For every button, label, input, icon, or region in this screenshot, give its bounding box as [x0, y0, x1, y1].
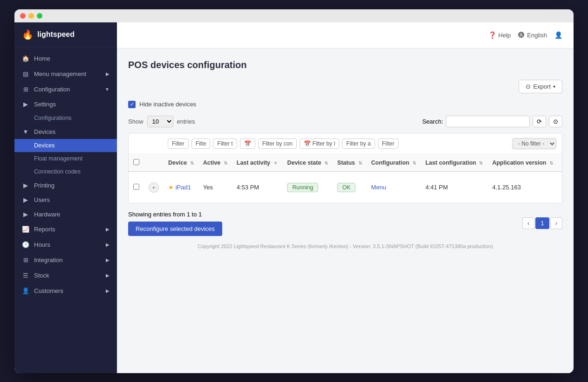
- settings-button[interactable]: ⊙: [549, 116, 562, 127]
- filter-device-state[interactable]: 📅: [240, 139, 255, 149]
- col-status[interactable]: Status ⇅: [333, 154, 367, 172]
- col-configuration[interactable]: Configuration ⇅: [367, 154, 421, 172]
- col-device[interactable]: Device ⇅: [164, 154, 198, 172]
- printing-icon: ▶: [22, 182, 29, 189]
- sort-icon: ⇅: [549, 160, 553, 166]
- minimize-button[interactable]: [28, 13, 34, 19]
- filter-status[interactable]: Filter by con: [258, 139, 297, 149]
- sidebar-item-configuration[interactable]: ⊞ Configuration ▼: [14, 82, 117, 97]
- chevron-right-icon: ▶: [106, 227, 109, 232]
- table-header-row: Device ⇅ Active ⇅ Last activity ▼ Device…: [129, 154, 562, 172]
- row-select-checkbox[interactable]: [133, 184, 139, 190]
- filter-last-activity[interactable]: Filter t: [213, 139, 237, 149]
- entries-select[interactable]: 10 25 50 100: [147, 116, 173, 127]
- sidebar-item-customers[interactable]: 👤 Customers ▶: [14, 283, 117, 299]
- row-add-icon[interactable]: +: [144, 172, 164, 203]
- row-device-name: iPad von Janina: [558, 172, 562, 203]
- filter-configuration[interactable]: 📅 Filter by l: [300, 139, 339, 149]
- configuration-icon: ⊞: [22, 86, 29, 93]
- reconfigure-button[interactable]: Reconfigure selected devices: [128, 222, 222, 236]
- sidebar-item-label: Devices: [34, 142, 55, 149]
- sidebar-item-float-management[interactable]: Float management: [14, 152, 117, 165]
- reports-icon: 📈: [22, 226, 29, 233]
- export-label: Export: [533, 83, 551, 90]
- next-page-button[interactable]: ›: [550, 217, 562, 229]
- showing-text: Showing entries from 1 to 1: [128, 211, 202, 218]
- row-active: Yes: [198, 172, 232, 203]
- sidebar-item-label: Float management: [34, 155, 82, 162]
- show-entries: Show 10 25 50 100 entries: [128, 116, 195, 127]
- caret-down-icon: ▾: [553, 84, 555, 89]
- sidebar-item-label: Menu management: [34, 70, 101, 77]
- sidebar-item-reports[interactable]: 📈 Reports ▶: [14, 222, 117, 237]
- sidebar-item-menu-management[interactable]: ▤ Menu management ▶: [14, 66, 117, 82]
- sidebar-item-integration[interactable]: ⊞ Integration ▶: [14, 252, 117, 268]
- settings-icon: ▶: [22, 101, 29, 108]
- export-button[interactable]: ⊙ Export ▾: [519, 80, 562, 93]
- filter-last-config[interactable]: Filter by a: [342, 139, 375, 149]
- maximize-button[interactable]: [37, 13, 42, 19]
- user-menu[interactable]: 👤: [554, 31, 562, 39]
- sidebar-item-users[interactable]: ▶ Users: [14, 193, 117, 207]
- prev-page-button[interactable]: ‹: [522, 217, 534, 229]
- stock-icon: ☰: [22, 272, 29, 279]
- sidebar-item-label: Hours: [34, 241, 101, 248]
- col-active[interactable]: Active ⇅: [198, 154, 232, 172]
- search-label: Search:: [422, 118, 443, 125]
- sidebar-item-label: Home: [34, 55, 109, 62]
- device-link[interactable]: iPad1: [176, 184, 191, 191]
- devices-submenu: Devices Float management Connection code…: [14, 139, 117, 178]
- sidebar-item-printing[interactable]: ▶ Printing: [14, 178, 117, 193]
- pagination-controls: ‹ 1 ›: [522, 217, 562, 229]
- hide-inactive-checkbox[interactable]: ✓: [128, 101, 136, 108]
- col-last-configuration[interactable]: Last configuration ⇅: [421, 154, 488, 172]
- sidebar-item-devices-group[interactable]: ▼ Devices: [14, 125, 117, 139]
- col-last-activity[interactable]: Last activity ▼: [232, 154, 283, 172]
- filter-active[interactable]: Filte: [191, 139, 211, 149]
- calendar-icon2: 📅: [304, 140, 311, 147]
- sort-icon: ⇅: [324, 160, 328, 166]
- devices-icon: ▼: [22, 128, 29, 135]
- sidebar-nav: 🏠 Home ▤ Menu management ▶ ⊞ Configurati…: [14, 47, 117, 373]
- sidebar-item-hardware[interactable]: ▶ Hardware: [14, 207, 117, 222]
- hide-inactive-row: ✓ Hide inactive devices: [128, 101, 562, 108]
- sidebar-item-stock[interactable]: ☰ Stock ▶: [14, 268, 117, 283]
- col-device-state[interactable]: Device state ⇅: [282, 154, 332, 172]
- filter-device[interactable]: Filter: [168, 139, 189, 149]
- sidebar-item-settings[interactable]: ▶ Settings: [14, 97, 117, 111]
- row-checkbox[interactable]: [129, 172, 144, 203]
- show-label: Show: [128, 118, 144, 125]
- export-icon: ⊙: [526, 83, 531, 90]
- sidebar-item-home[interactable]: 🏠 Home: [14, 51, 117, 66]
- sidebar-item-connection-codes[interactable]: Connection codes: [14, 165, 117, 178]
- sidebar-item-hours[interactable]: 🕐 Hours ▶: [14, 237, 117, 252]
- integration-icon: ⊞: [22, 257, 29, 264]
- col-app-version[interactable]: Application version ⇅: [487, 154, 557, 172]
- select-all-checkbox[interactable]: [133, 159, 139, 165]
- logo-text: lightspeed: [37, 30, 75, 39]
- no-filter-select[interactable]: - No filter -: [512, 138, 556, 149]
- search-input[interactable]: [446, 116, 530, 127]
- page-1-button[interactable]: 1: [535, 217, 549, 229]
- add-button[interactable]: +: [149, 182, 159, 193]
- menu-management-icon: ▤: [22, 70, 29, 77]
- user-icon: 👤: [554, 31, 562, 39]
- close-button[interactable]: [20, 13, 26, 19]
- select-all-header[interactable]: [129, 154, 144, 172]
- sidebar-item-label: Integration: [34, 257, 101, 264]
- col-device-name[interactable]: Device name ⇅: [558, 154, 562, 172]
- sidebar-item-label: Hardware: [34, 211, 60, 218]
- help-button[interactable]: ❓ Help: [488, 31, 511, 39]
- status-badge: OK: [337, 183, 356, 192]
- language-icon: 🅐: [518, 31, 525, 39]
- configuration-link[interactable]: Menu: [371, 184, 387, 191]
- hours-icon: 🕐: [22, 241, 29, 248]
- language-selector[interactable]: 🅐 English: [518, 31, 547, 39]
- users-icon: ▶: [22, 196, 29, 203]
- entries-label: entries: [177, 118, 195, 125]
- filter-app-version[interactable]: Filter: [378, 139, 399, 149]
- sidebar-item-devices[interactable]: Devices: [14, 139, 117, 152]
- sort-icon: ⇅: [479, 160, 483, 166]
- refresh-button[interactable]: ⟳: [533, 116, 546, 127]
- sidebar-item-configurations[interactable]: Configurations: [14, 111, 117, 125]
